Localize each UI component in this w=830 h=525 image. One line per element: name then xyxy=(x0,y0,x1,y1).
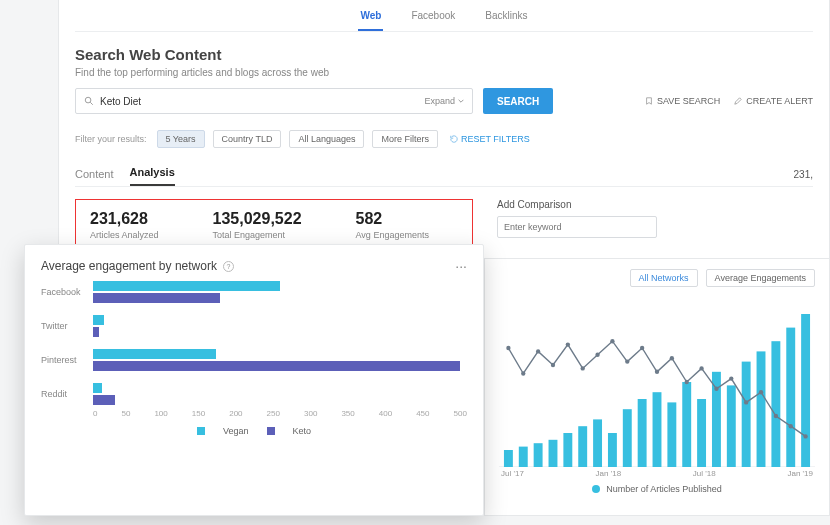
expand-toggle[interactable]: Expand xyxy=(424,96,464,106)
svg-rect-15 xyxy=(682,382,691,467)
x-tick: 100 xyxy=(154,409,167,418)
filter-country-tld[interactable]: Country TLD xyxy=(213,130,282,148)
network-engagement-card: Average engagement by network ? ··· Face… xyxy=(24,244,484,516)
x-tick: 350 xyxy=(341,409,354,418)
main-panel: Web Facebook Backlinks Search Web Conten… xyxy=(58,0,830,268)
create-alert-button[interactable]: CREATE ALERT xyxy=(734,96,813,106)
create-alert-label: CREATE ALERT xyxy=(746,96,813,106)
filter-years[interactable]: 5 Years xyxy=(157,130,205,148)
page-title: Search Web Content xyxy=(75,46,813,63)
x-tick: 500 xyxy=(454,409,467,418)
bar-row: Twitter xyxy=(41,315,467,337)
svg-rect-4 xyxy=(519,447,528,467)
refresh-icon xyxy=(450,135,458,143)
legend-swatch-b xyxy=(267,427,275,435)
save-search-button[interactable]: SAVE SEARCH xyxy=(645,96,720,106)
save-search-label: SAVE SEARCH xyxy=(657,96,720,106)
filters-label: Filter your results: xyxy=(75,134,147,144)
bookmark-icon xyxy=(645,97,653,105)
metric-engagement-value: 135,029,522 xyxy=(213,210,302,228)
svg-rect-3 xyxy=(504,450,513,467)
tab-facebook[interactable]: Facebook xyxy=(409,4,457,31)
x-tick: 250 xyxy=(267,409,280,418)
network-card-title: Average engagement by network ? xyxy=(41,259,234,273)
reset-filters-label: RESET FILTERS xyxy=(461,134,530,144)
bar-row: Facebook xyxy=(41,281,467,303)
ts-x-tick: Jul '17 xyxy=(501,469,524,478)
bar-series-a xyxy=(93,281,280,291)
legend-b-label: Keto xyxy=(293,426,312,436)
metric-avg: 582 Avg Engagements xyxy=(356,210,429,240)
tab-analysis[interactable]: Analysis xyxy=(130,166,175,186)
page-subtitle: Find the top performing articles and blo… xyxy=(75,67,813,78)
svg-rect-23 xyxy=(801,314,810,467)
metric-articles-value: 231,628 xyxy=(90,210,159,228)
ts-x-tick: Jan '19 xyxy=(787,469,813,478)
filter-all-networks[interactable]: All Networks xyxy=(630,269,698,287)
svg-point-37 xyxy=(699,366,703,370)
bar-series-a xyxy=(93,315,104,325)
x-tick: 450 xyxy=(416,409,429,418)
filters-row: Filter your results: 5 Years Country TLD… xyxy=(75,130,813,148)
add-comparison-input[interactable] xyxy=(497,216,657,238)
search-button[interactable]: SEARCH xyxy=(483,88,553,114)
content-analysis-tabs: Content Analysis 231, xyxy=(75,166,813,187)
svg-point-32 xyxy=(625,359,629,363)
bar-category-label: Pinterest xyxy=(41,355,93,365)
svg-point-33 xyxy=(640,346,644,350)
svg-rect-16 xyxy=(697,399,706,467)
metric-articles-caption: Articles Analyzed xyxy=(90,230,159,240)
svg-point-38 xyxy=(714,387,718,391)
bar-group xyxy=(93,383,467,405)
pencil-icon xyxy=(734,97,742,105)
tab-content[interactable]: Content xyxy=(75,168,114,186)
add-comparison: Add Comparison xyxy=(497,199,813,251)
legend-swatch-a xyxy=(197,427,205,435)
time-series-chart xyxy=(499,297,815,467)
svg-point-28 xyxy=(566,342,570,346)
header-actions: SAVE SEARCH CREATE ALERT xyxy=(645,96,813,106)
x-tick: 150 xyxy=(192,409,205,418)
search-input[interactable] xyxy=(100,96,424,107)
add-comparison-title: Add Comparison xyxy=(497,199,813,210)
filter-avg-engagements[interactable]: Average Engagements xyxy=(706,269,815,287)
svg-point-24 xyxy=(506,346,510,350)
svg-rect-10 xyxy=(608,433,617,467)
svg-point-42 xyxy=(774,414,778,418)
bar-series-b xyxy=(93,395,115,405)
svg-rect-6 xyxy=(549,440,558,467)
search-box[interactable]: Expand xyxy=(75,88,473,114)
network-bar-chart: FacebookTwitterPinterestReddit xyxy=(41,281,467,405)
svg-rect-22 xyxy=(786,328,795,467)
help-icon[interactable]: ? xyxy=(223,261,234,272)
legend-a-label: Vegan xyxy=(223,426,249,436)
legend-dot-icon xyxy=(592,485,600,493)
ts-x-tick: Jul '18 xyxy=(693,469,716,478)
x-tick: 0 xyxy=(93,409,97,418)
card-menu-button[interactable]: ··· xyxy=(455,263,467,269)
svg-point-41 xyxy=(759,390,763,394)
svg-point-27 xyxy=(551,363,555,367)
svg-point-40 xyxy=(744,400,748,404)
metric-articles: 231,628 Articles Analyzed xyxy=(90,210,159,240)
svg-rect-21 xyxy=(771,341,780,467)
reset-filters-button[interactable]: RESET FILTERS xyxy=(450,134,530,144)
svg-point-35 xyxy=(670,356,674,360)
search-icon xyxy=(84,96,94,106)
x-tick: 200 xyxy=(229,409,242,418)
filter-languages[interactable]: All Languages xyxy=(289,130,364,148)
bar-category-label: Twitter xyxy=(41,321,93,331)
bar-series-b xyxy=(93,293,220,303)
network-x-axis: 050100150200250300350400450500 xyxy=(93,409,467,418)
tab-backlinks[interactable]: Backlinks xyxy=(483,4,529,31)
metric-avg-caption: Avg Engagements xyxy=(356,230,429,240)
svg-line-1 xyxy=(90,102,93,105)
filter-more[interactable]: More Filters xyxy=(372,130,438,148)
svg-rect-18 xyxy=(727,385,736,467)
bar-group xyxy=(93,315,467,337)
tab-web[interactable]: Web xyxy=(358,4,383,31)
bar-group xyxy=(93,349,467,371)
bar-row: Reddit xyxy=(41,383,467,405)
bar-series-a xyxy=(93,383,102,393)
x-tick: 300 xyxy=(304,409,317,418)
